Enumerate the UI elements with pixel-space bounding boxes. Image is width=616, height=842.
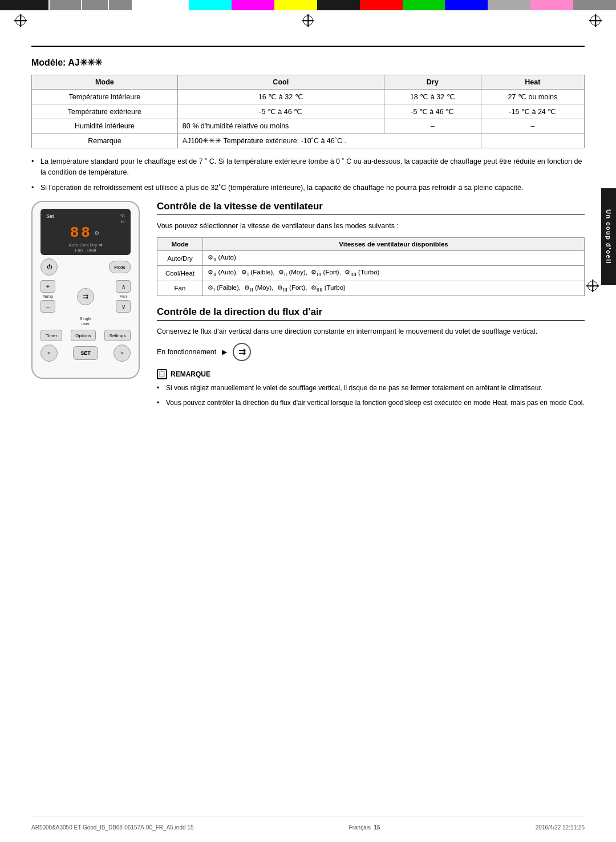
swing-icon: ⇉ (233, 343, 251, 361)
remarque-title: 📋 REMARQUE (157, 369, 585, 379)
table-row: Humidité intérieure 80 % d'humidité rela… (32, 119, 585, 133)
en-fonct-row: En fonctionnement ▶ ⇉ (157, 343, 585, 361)
footer-file: AR5000&A3050 ET Good_IB_DB68-06157A-00_F… (31, 824, 193, 831)
remote-display: 88 ⚙ (46, 224, 125, 241)
left-button[interactable]: < (40, 345, 58, 362)
mode-button[interactable]: Mode (109, 261, 131, 273)
air-section-intro: Conservez le flux d'air vertical dans un… (157, 326, 585, 337)
fan-section-heading: Contrôle de la vitesse de ventilateur (157, 201, 585, 215)
row-cool-3: AJ100✳✳✳ Température extérieure: -10˚C à… (177, 133, 481, 148)
list-item: Si l'opération de refroidissement est ut… (31, 183, 585, 193)
set-button[interactable]: SET (73, 346, 98, 360)
row-cool-1: -5 ℃ à 46 ℃ (177, 104, 384, 119)
fan-row-mode-1: Cool/Heat (157, 266, 203, 281)
col-header-dry: Dry (384, 75, 481, 90)
registration-mark-tl (14, 14, 27, 27)
row-heat-0: 27 ℃ ou moins (481, 90, 584, 104)
timer-button[interactable]: Timer (40, 330, 62, 341)
remarque-box: 📋 REMARQUE Si vous réglez manuellement l… (157, 369, 585, 408)
row-cool-2: 80 % d'humidité relative ou moins (177, 119, 384, 133)
table-row: Auto/Dry ⚙II (Auto) (157, 251, 585, 266)
remarque-bullets: Si vous réglez manuellement le volet de … (157, 383, 585, 408)
right-content-col: Contrôle de la vitesse de ventilateur Vo… (157, 201, 585, 413)
col-header-mode: Mode (32, 75, 178, 90)
row-label-0: Température intérieure (32, 90, 178, 104)
remote-illustration-col: Set °Chr 88 ⚙ Auto Cool Dry ⇉ Fan Heat ⏻ (31, 201, 145, 413)
swing-button[interactable]: ⇉ (77, 288, 94, 305)
fan-up-button[interactable]: ∧ (116, 280, 131, 293)
col-header-heat: Heat (481, 75, 584, 90)
row-cool-0: 16 ℃ à 32 ℃ (177, 90, 384, 104)
bottom-rule (31, 816, 585, 816)
remarque-icon: 📋 (157, 369, 167, 379)
fan-row-speeds-0: ⚙II (Auto) (203, 251, 585, 266)
remote-control: Set °Chr 88 ⚙ Auto Cool Dry ⇉ Fan Heat ⏻ (31, 201, 140, 379)
footer-lang-page: Français 15 (349, 824, 380, 831)
remarque-label: REMARQUE (171, 370, 210, 378)
bullet-section: La température standard pour le chauffag… (31, 156, 585, 193)
fan-down-button[interactable]: ∨ (116, 300, 131, 313)
footer-date: 2016/4/22 12:11:25 (536, 824, 585, 831)
timer-options-row: Timer Options Settings (40, 330, 131, 341)
top-rule (31, 46, 585, 47)
en-fonct-label: En fonctionnement (157, 348, 216, 356)
fan-col-speeds: Vitesses de ventilateur disponibles (203, 238, 585, 251)
registration-mark-tr (589, 14, 602, 27)
table-row: Remarque AJ100✳✳✳ Température extérieure… (32, 133, 585, 148)
table-row: Cool/Heat ⚙II (Auto), ⚙I (Faible), ⚙II (… (157, 266, 585, 281)
side-tab-text: Un coup d'oeil (605, 209, 612, 264)
list-item: La température standard pour le chauffag… (31, 156, 585, 178)
footer: AR5000&A3050 ET Good_IB_DB68-06157A-00_F… (31, 824, 585, 831)
fan-row-mode-2: Fan (157, 281, 203, 295)
registration-mark-rm (586, 280, 599, 292)
table-row: Fan ⚙I (Faible), ⚙II (Moy), ⚙III (Fort),… (157, 281, 585, 295)
power-button[interactable]: ⏻ (40, 258, 58, 276)
list-item: Si vous réglez manuellement le volet de … (157, 383, 585, 393)
row-dry-0: 18 ℃ à 32 ℃ (384, 90, 481, 104)
registration-mark-tc (302, 14, 314, 27)
table-row: Température intérieure 16 ℃ à 32 ℃ 18 ℃ … (32, 90, 585, 104)
page-number: 15 (374, 824, 380, 831)
row-heat-2: – (481, 119, 584, 133)
fan-section-intro: Vous pouvez sélectionner la vitesse de v… (157, 221, 585, 232)
table-row: Température extérieure -5 ℃ à 46 ℃ -5 ℃ … (32, 104, 585, 119)
row-heat-1: -15 ℃ à 24 ℃ (481, 104, 584, 119)
row-dry-1: -5 ℃ à 46 ℃ (384, 104, 481, 119)
right-button[interactable]: > (114, 345, 131, 362)
model-heading: Modèle: AJ✳✳✳ (31, 57, 585, 68)
fan-speed-table: Mode Vitesses de ventilateur disponibles… (157, 237, 585, 296)
row-label-3: Remarque (32, 133, 178, 148)
fan-row-speeds-2: ⚙I (Faible), ⚙II (Moy), ⚙III (Fort), ⚙II… (203, 281, 585, 295)
row-heat-3 (481, 133, 584, 148)
temp-plus-button[interactable]: + (40, 280, 55, 293)
list-item: Vous pouvez contrôler la direction du fl… (157, 398, 585, 408)
nav-row: < SET > (40, 345, 131, 362)
air-section-heading: Contrôle de la direction du flux d'air (157, 306, 585, 321)
col-header-cool: Cool (177, 75, 384, 90)
arrow-icon: ▶ (222, 348, 227, 356)
fan-col-mode: Mode (157, 238, 203, 251)
fan-row-speeds-1: ⚙II (Auto), ⚙I (Faible), ⚙II (Moy), ⚙III… (203, 266, 585, 281)
fan-row-mode-0: Auto/Dry (157, 251, 203, 266)
mode-table: Mode Cool Dry Heat Température intérieur… (31, 75, 585, 148)
options-button[interactable]: Options (71, 330, 96, 341)
temp-minus-button[interactable]: – (40, 300, 55, 313)
row-label-1: Température extérieure (32, 104, 178, 119)
remote-set-label: Set (46, 213, 54, 219)
settings-button[interactable]: Settings (104, 330, 131, 341)
row-dry-2: – (384, 119, 481, 133)
row-label-2: Humidité intérieure (32, 119, 178, 133)
side-tab: Un coup d'oeil (601, 188, 616, 285)
